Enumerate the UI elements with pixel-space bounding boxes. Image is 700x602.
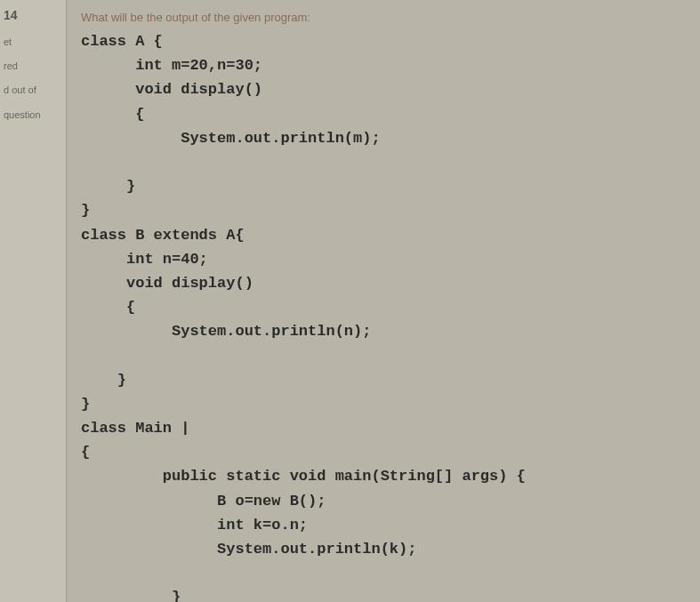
question-prompt: What will be the output of the given pro… [81, 11, 686, 24]
question-sidebar: 14 et red d out of question [0, 0, 67, 602]
sidebar-status-1: et [4, 36, 62, 49]
code-block: class A { int m=20,n=30; void display() … [81, 29, 686, 602]
sidebar-status-2: red [4, 60, 62, 73]
question-main: What will be the output of the given pro… [67, 0, 700, 602]
sidebar-status-4: question [4, 108, 62, 122]
question-number: 14 [4, 7, 62, 25]
sidebar-status-3: d out of [4, 84, 62, 97]
